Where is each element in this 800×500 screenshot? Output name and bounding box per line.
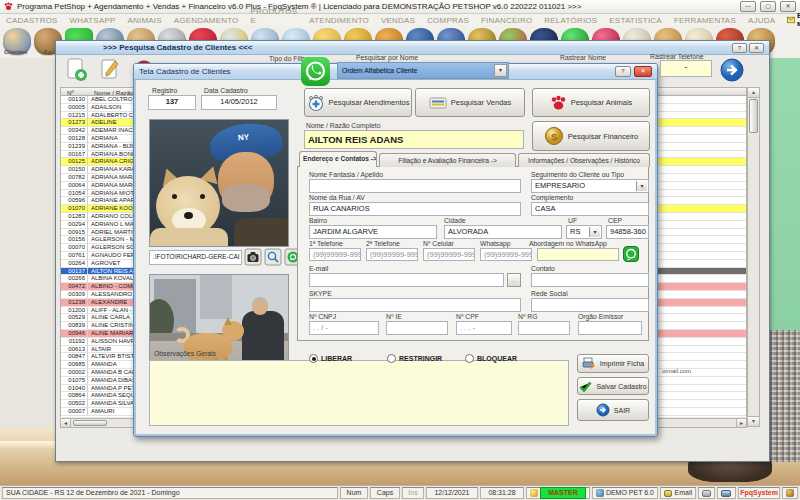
photo1-dog-body [150, 228, 228, 247]
bairro-field[interactable]: JARDIM ALGARVE [309, 225, 437, 239]
hscroll-thumb[interactable] [73, 420, 107, 426]
radio-liberar[interactable]: LIBERAR [309, 347, 352, 365]
pesquisar-financeiro-button[interactable]: S Pesquisar Financeiro [532, 121, 650, 151]
tab-endereco-contatos[interactable]: Endereço e Contatos -> [299, 151, 377, 167]
skype-field[interactable] [309, 298, 521, 312]
rua-field[interactable]: RUA CANARIOS [309, 202, 521, 216]
tab-informacoes-historico[interactable]: Informações / Observações / Histórico [518, 153, 650, 167]
camera-button-1[interactable] [244, 248, 262, 266]
new-record-icon[interactable] [63, 57, 89, 83]
cep-field[interactable]: 94858-360 [606, 225, 649, 239]
celular-field[interactable]: (99)99999-9999 [423, 248, 475, 261]
pesquisar-atendimentos-button[interactable]: Pesquisar Atendimentos [304, 88, 412, 117]
pesquisar-animais-button[interactable]: Pesquisar Animais [532, 88, 650, 117]
pesquisar-vendas-button[interactable]: Pesquisar Vendas [415, 88, 525, 117]
seguimento-combo-arrow-icon[interactable]: ▾ [636, 181, 647, 191]
filter-combobox[interactable]: Ordem Alfabetica Cliente ▾ [337, 62, 509, 79]
edit-record-icon[interactable] [97, 57, 123, 83]
cpf-field[interactable]: . . . - [456, 321, 512, 335]
menu-item-ferramentas[interactable]: FERRAMENTAS [668, 16, 742, 25]
scroll-left-arrow[interactable]: ◂ [61, 419, 71, 427]
vertical-scrollbar[interactable]: ▴ ▾ [747, 87, 760, 427]
menu-item-vendas[interactable]: VENDAS [375, 16, 421, 25]
nome-fantasia-field[interactable] [309, 179, 521, 193]
go-search-button[interactable] [719, 57, 745, 83]
rede-social-field[interactable] [531, 298, 649, 312]
email-field[interactable] [309, 273, 504, 287]
cnpj-field[interactable]: . . / - [309, 321, 379, 335]
menu-item-ajuda[interactable]: AJUDA [742, 16, 781, 25]
salvar-cadastro-button[interactable]: Salvar Cadastro [577, 377, 649, 395]
telefone-1-field[interactable]: (99)99999-9999 [309, 248, 361, 261]
photo-path-field-1[interactable]: .\FOTO\RICHARD-GERE-CAI [149, 250, 242, 265]
uf-field[interactable]: RS▾ [566, 225, 602, 239]
status-location: SUA CIDADE - RS 12 de Dezembro de 2021 -… [2, 487, 338, 499]
radio-restringir[interactable]: RESTRINGIR [387, 347, 442, 365]
tab-filiacao-avaliacao[interactable]: Filiação e Avaliação Financeira -> [379, 153, 516, 167]
cnpj-label: Nº CNPJ [309, 313, 336, 320]
menu-item-agendamento[interactable]: AGENDAMENTO [168, 16, 245, 25]
track-name-label: Rastrear Nome [560, 54, 606, 61]
search-help-button[interactable]: ? [732, 43, 747, 53]
menu-item-relat-rios[interactable]: RELATÓRIOS [538, 16, 603, 25]
wallpaper-left-strip [0, 55, 57, 485]
col-num[interactable]: Nº [67, 89, 74, 96]
menu-item-financeiro[interactable]: FINANCEIRO [475, 16, 538, 25]
client-form-dialog: Tela Cadastro de Clientes ? ✕ Registro 1… [133, 63, 658, 437]
registro-label: Registro [152, 87, 177, 94]
cidade-field[interactable]: ALVORADA [444, 225, 562, 239]
orgao-emissor-field[interactable] [578, 321, 642, 335]
key-icon [530, 489, 538, 497]
minimize-button[interactable]: — [740, 1, 756, 12]
menu-item-animais[interactable]: ANIMAIS [122, 16, 168, 25]
row-num: 00130 [61, 96, 88, 103]
contato-field[interactable] [531, 273, 649, 287]
maximize-button[interactable]: ▢ [760, 1, 776, 12]
menu-item-compras[interactable]: COMPRAS [421, 16, 475, 25]
status-app-icon [786, 489, 794, 497]
photo1-cap-logo: NY [238, 132, 250, 142]
radio-circle-liberar[interactable] [309, 354, 318, 363]
whatsapp-search-icon[interactable] [300, 56, 331, 87]
zoom-photo-button-1[interactable] [264, 248, 282, 266]
menu-item-cadastros[interactable]: CADASTROS [0, 16, 64, 25]
status-email[interactable]: Email [660, 487, 696, 499]
email-browse-button[interactable]: … [507, 273, 521, 287]
sair-button[interactable]: SAIR [577, 399, 649, 421]
scroll-right-arrow[interactable]: ▸ [736, 419, 746, 427]
telefone-2-field[interactable]: (99)99999-9999 [366, 248, 418, 261]
menu-item-estatistica[interactable]: ESTATISTICA [603, 16, 668, 25]
menu-item-atendimento[interactable]: ATENDIMENTO [303, 16, 375, 25]
row-num: 00847 [61, 353, 88, 360]
menu-item-whatsapp[interactable]: WHATSAPP [64, 16, 122, 25]
uf-combo-arrow-icon[interactable]: ▾ [589, 227, 600, 237]
obs-textarea[interactable] [149, 360, 569, 426]
row-num: 00915 [61, 229, 88, 236]
radio-circle-bloquear[interactable] [465, 354, 474, 363]
row-num: 00002 [61, 369, 88, 376]
nome-field[interactable]: AILTON REIS ADANS [304, 130, 524, 149]
status-printer[interactable] [698, 487, 715, 499]
filter-combobox-arrow-icon[interactable]: ▾ [494, 64, 507, 77]
ie-field[interactable] [386, 321, 448, 335]
status-network[interactable] [717, 487, 736, 499]
registro-field[interactable]: 137 [148, 95, 196, 110]
abordagem-field[interactable] [537, 248, 619, 261]
scroll-up-arrow[interactable]: ▴ [748, 88, 759, 98]
data-cadastro-field[interactable]: 14/05/2012 [201, 95, 277, 110]
complemento-field[interactable]: CASA [531, 202, 649, 216]
photo2-dog-ear [224, 317, 232, 325]
radio-bloquear[interactable]: BLOQUEAR [465, 347, 517, 365]
dialog-help-button[interactable]: ? [615, 66, 631, 77]
scroll-thumb[interactable] [749, 99, 758, 133]
whatsapp-field[interactable]: (99)99999-9999 [480, 248, 532, 261]
imprimir-ficha-button[interactable]: Imprimir Ficha [577, 354, 649, 373]
scroll-down-arrow[interactable]: ▾ [748, 416, 759, 426]
track-phone-field[interactable]: - [660, 60, 712, 77]
rg-field[interactable] [518, 321, 570, 335]
whatsapp-send-button[interactable] [623, 246, 639, 262]
seguimento-field[interactable]: EMPRESARIO▾ [531, 179, 649, 193]
search-close-button[interactable]: ✕ [749, 43, 764, 53]
dialog-close-button[interactable]: ✕ [634, 66, 652, 77]
radio-circle-restringir[interactable] [387, 354, 396, 363]
